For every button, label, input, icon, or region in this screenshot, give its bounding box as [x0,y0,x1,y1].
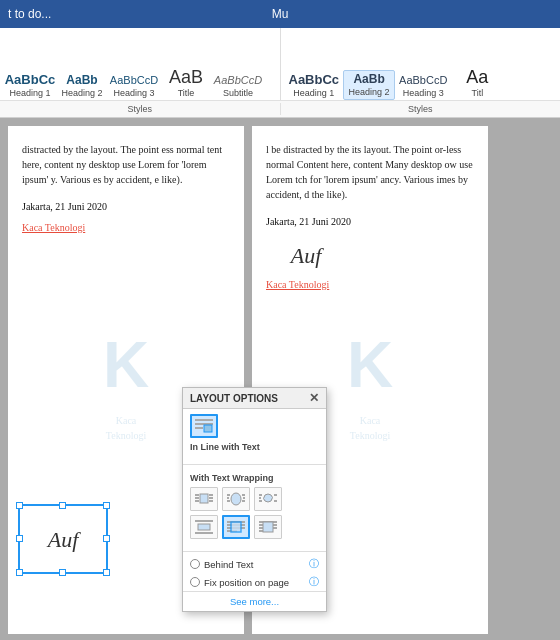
inline-icon-row [190,414,319,438]
svg-rect-2 [195,427,203,429]
svg-rect-17 [242,500,245,502]
right-signature-img: Auf [266,235,346,275]
fix-position-info-icon[interactable]: ⓘ [309,575,319,589]
styles-label-left: Styles [0,103,281,115]
layout-tight-icon[interactable] [222,487,250,511]
popup-section-inline: In Line with Text [183,409,326,461]
svg-rect-13 [227,497,229,499]
handle-tr[interactable] [103,502,110,509]
popup-header: LAYOUT OPTIONS ✕ [183,388,326,409]
style-subtitle-left[interactable]: AaBbCcD Subtitle [212,73,264,100]
style-heading2-left[interactable]: AaBb Heading 2 [56,72,108,100]
handle-mr[interactable] [103,535,110,542]
right-signature-area: Jakarta, 21 Juni 2020 Auf Kaca Teknologi [266,214,474,292]
svg-rect-16 [243,497,245,499]
svg-rect-30 [231,522,241,532]
left-date: Jakarta, 21 Juni 2020 [22,199,230,214]
behind-text-option[interactable]: Behind Text ⓘ [183,555,326,573]
style-heading1-left[interactable]: AaBbCc Heading 1 [4,71,56,100]
svg-rect-14 [227,500,230,502]
handle-tc[interactable] [59,502,66,509]
left-company-name: Kaca Teknologi [22,220,230,235]
right-watermark: K Kaca Teknologi [347,317,393,443]
popup-close-button[interactable]: ✕ [309,392,319,404]
layout-inline-icon[interactable] [190,414,218,438]
inline-section-label: In Line with Text [190,442,319,452]
right-page-text: l be distracted by the its layout. The p… [266,142,474,202]
style-heading3-right[interactable]: AaBbCcD Heading 3 [395,73,451,100]
title-left: t to do... [8,7,189,21]
handle-bc[interactable] [59,569,66,576]
svg-rect-23 [198,524,210,530]
left-watermark: K Kaca Teknologi [103,317,149,443]
svg-rect-5 [195,494,199,496]
style-heading1-right[interactable]: AaBbCc Heading 1 [285,71,344,100]
svg-rect-7 [195,500,199,502]
fix-position-label: Fix position on page [204,577,289,588]
svg-rect-4 [200,494,208,503]
svg-rect-12 [227,494,230,496]
layout-through-icon[interactable] [254,487,282,511]
svg-rect-0 [195,419,213,421]
style-title-right[interactable]: Aa Titl [451,66,503,100]
document-area: K Kaca Teknologi distracted by the layou… [0,118,560,640]
see-more-button[interactable]: See more... [183,591,326,611]
right-company-name: Kaca Teknologi [266,277,474,292]
svg-point-11 [231,493,241,505]
fix-position-radio[interactable] [190,577,200,587]
style-heading3-left[interactable]: AaBbCcD Heading 3 [108,73,160,100]
popup-divider2 [183,551,326,552]
wrapping-row1 [190,487,319,511]
behind-text-label: Behind Text [204,559,253,570]
image-selected[interactable]: Auf [18,504,108,574]
handle-ml[interactable] [16,535,23,542]
handle-tl[interactable] [16,502,23,509]
layout-infront-icon[interactable] [254,515,282,539]
style-subtle-left[interactable]: Ac Su... [264,73,281,100]
svg-rect-8 [209,494,213,496]
layout-square-icon[interactable] [190,487,218,511]
svg-rect-24 [195,520,213,522]
svg-rect-9 [209,497,213,499]
svg-rect-18 [259,494,262,496]
style-heading2-right[interactable]: AaBb Heading 2 [343,70,395,100]
behind-text-info-icon[interactable]: ⓘ [309,557,319,571]
popup-divider1 [183,464,326,465]
svg-rect-15 [242,494,245,496]
behind-text-radio[interactable] [190,559,200,569]
title-bar: t to do... Mu [0,0,560,28]
wrapping-section-label: With Text Wrapping [190,473,319,483]
fix-position-option[interactable]: Fix position on page ⓘ [183,573,326,591]
wrapping-row2 [190,515,319,539]
svg-rect-19 [259,497,261,499]
layout-topbottom-icon[interactable] [190,515,218,539]
svg-rect-3 [204,425,212,432]
title-center: Mu [189,7,370,21]
popup-title: LAYOUT OPTIONS [190,393,278,404]
left-signature-scribble: Auf [48,523,79,556]
svg-rect-6 [195,497,199,499]
ribbon: AaBbCc Heading 1 AaBb Heading 2 AaBbCcD … [0,28,560,118]
layout-behind-icon[interactable] [222,515,250,539]
right-signature-scribble: Auf [291,239,322,272]
handle-bl[interactable] [16,569,23,576]
left-signature-area: Jakarta, 21 Juni 2020 Kaca Teknologi [22,199,230,235]
layout-options-popup: LAYOUT OPTIONS ✕ In Line with Text Wit [182,387,327,612]
left-page-text: distracted by the layout. The point ess … [22,142,230,187]
handle-br[interactable] [103,569,110,576]
styles-label-right: Styles [281,103,561,115]
svg-rect-25 [195,532,213,534]
right-date: Jakarta, 21 Juni 2020 [266,214,474,229]
svg-rect-10 [209,500,213,502]
svg-rect-22 [274,500,277,502]
svg-rect-21 [274,494,277,496]
svg-rect-35 [263,522,273,532]
svg-rect-20 [259,500,262,502]
popup-section-wrapping: With Text Wrapping [183,468,326,548]
style-title-left[interactable]: AaB Title [160,66,212,100]
ribbon-group-labels: Styles Styles [0,100,560,117]
